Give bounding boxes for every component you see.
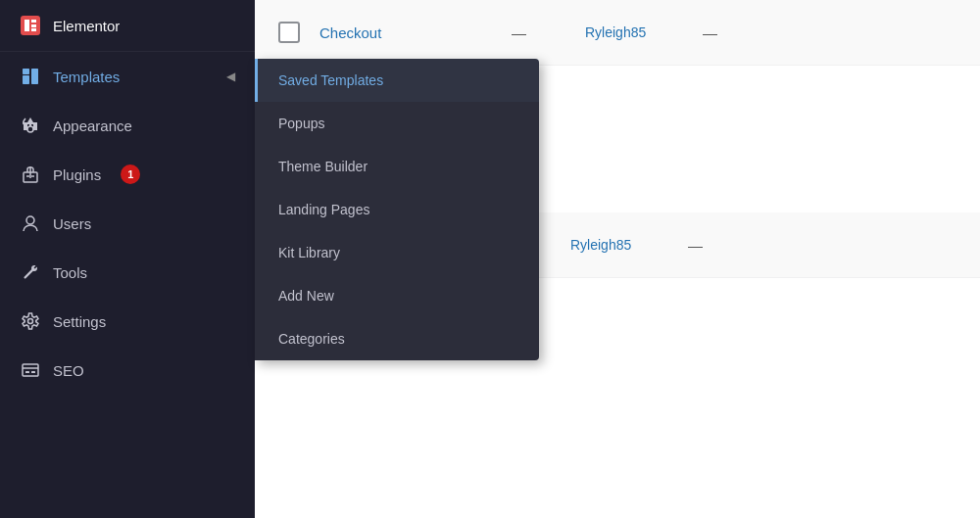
- templates-chevron-icon: ◀: [226, 70, 235, 83]
- submenu-item-saved-templates[interactable]: Saved Templates: [255, 59, 539, 102]
- row-dash2-2: —: [688, 237, 703, 254]
- submenu-item-add-new[interactable]: Add New: [255, 274, 539, 317]
- plugins-badge: 1: [121, 165, 140, 184]
- sidebar-item-templates[interactable]: Templates ◀: [0, 52, 255, 101]
- row-dash2-1: —: [703, 24, 717, 41]
- svg-point-5: [27, 126, 33, 132]
- svg-rect-4: [31, 28, 36, 31]
- appearance-icon: [20, 115, 41, 136]
- submenu-item-popups[interactable]: Popups: [255, 102, 539, 145]
- sidebar-item-seo-label: SEO: [53, 362, 84, 379]
- svg-rect-2: [31, 20, 36, 23]
- sidebar-item-templates-label: Templates: [53, 69, 120, 85]
- sidebar-item-tools-label: Tools: [53, 264, 87, 281]
- submenu-item-kit-library[interactable]: Kit Library: [255, 231, 539, 274]
- sidebar-item-users[interactable]: Users: [0, 199, 255, 248]
- sidebar-item-elementor-label: Elementor: [53, 18, 120, 34]
- svg-rect-3: [31, 24, 36, 27]
- table-row: Checkout — Ryleigh85 —: [255, 0, 980, 66]
- sidebar-item-seo[interactable]: SEO: [0, 346, 255, 395]
- sidebar-item-plugins-label: Plugins: [53, 166, 101, 183]
- row-dash-1: —: [512, 24, 526, 41]
- templates-submenu: Saved Templates Popups Theme Builder Lan…: [255, 59, 539, 360]
- users-icon: [20, 212, 41, 234]
- seo-icon: [20, 359, 41, 381]
- svg-rect-9: [23, 364, 38, 376]
- tools-icon: [20, 261, 41, 283]
- row-author-1[interactable]: Ryleigh85: [585, 24, 683, 40]
- svg-rect-1: [24, 20, 29, 31]
- row-title-1[interactable]: Checkout: [319, 24, 496, 41]
- submenu-item-categories[interactable]: Categories: [255, 317, 539, 360]
- svg-rect-0: [21, 16, 40, 35]
- svg-point-8: [28, 319, 33, 324]
- svg-rect-11: [31, 371, 35, 373]
- row-checkbox-1[interactable]: [278, 22, 300, 43]
- sidebar-item-elementor[interactable]: Elementor: [0, 0, 255, 52]
- sidebar-item-appearance[interactable]: Appearance: [0, 101, 255, 150]
- submenu-item-landing-pages[interactable]: Landing Pages: [255, 188, 539, 231]
- sidebar: Elementor Templates ◀ Appearan: [0, 0, 255, 518]
- elementor-icon: [20, 15, 41, 36]
- settings-icon: [20, 310, 41, 332]
- plugins-icon: [20, 164, 41, 185]
- sidebar-item-plugins[interactable]: Plugins 1: [0, 150, 255, 199]
- sidebar-item-appearance-label: Appearance: [53, 118, 132, 134]
- templates-icon: [20, 66, 41, 87]
- row-author-2[interactable]: Ryleigh85: [570, 237, 668, 253]
- sidebar-item-users-label: Users: [53, 215, 91, 232]
- svg-rect-10: [25, 371, 29, 373]
- sidebar-item-settings[interactable]: Settings: [0, 297, 255, 346]
- submenu-item-theme-builder[interactable]: Theme Builder: [255, 145, 539, 188]
- svg-point-7: [26, 216, 34, 224]
- sidebar-item-settings-label: Settings: [53, 313, 106, 330]
- sidebar-item-tools[interactable]: Tools: [0, 248, 255, 297]
